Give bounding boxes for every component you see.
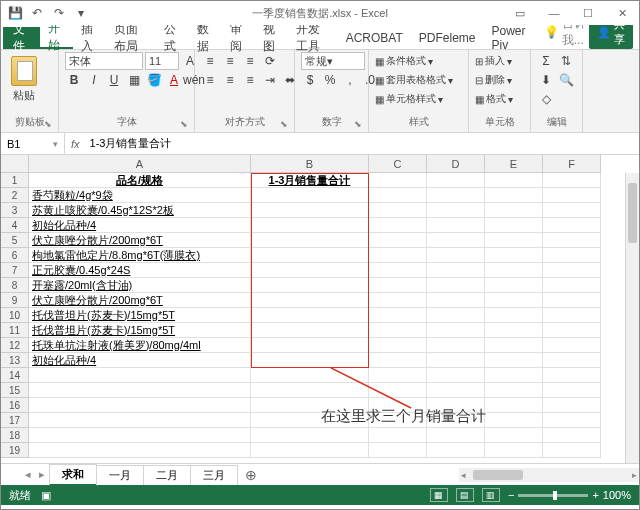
col-header[interactable]: A (29, 155, 251, 173)
cell[interactable] (369, 353, 427, 368)
cell[interactable] (543, 428, 601, 443)
ribbon-options-icon[interactable]: ▭ (503, 1, 537, 25)
fill-icon[interactable]: ⬇ (537, 71, 555, 89)
percent-icon[interactable]: % (321, 71, 339, 89)
cell[interactable] (485, 233, 543, 248)
tab-powerpivot[interactable]: Power Piv (484, 27, 538, 49)
cell[interactable] (543, 383, 601, 398)
dialog-launcher-icon[interactable]: ⬊ (44, 119, 52, 129)
cell[interactable] (427, 353, 485, 368)
cell[interactable] (369, 428, 427, 443)
cell[interactable] (485, 338, 543, 353)
cell[interactable] (543, 248, 601, 263)
cell[interactable] (29, 428, 251, 443)
cell[interactable] (543, 338, 601, 353)
row-header[interactable]: 13 (1, 353, 29, 368)
cell[interactable] (543, 173, 601, 188)
insert-cells-button[interactable]: ⊞ 插入 ▾ (475, 52, 513, 70)
scrollbar-thumb[interactable] (628, 183, 637, 243)
format-table-button[interactable]: ▦ 套用表格格式 ▾ (375, 71, 453, 89)
cell[interactable] (369, 188, 427, 203)
redo-icon[interactable]: ↷ (51, 5, 67, 21)
cell[interactable] (369, 308, 427, 323)
paste-button[interactable]: 粘贴 (7, 52, 41, 103)
cell[interactable]: 香芍颗粒/4g*9袋 (29, 188, 251, 203)
number-format-combo[interactable]: 常规 ▾ (301, 52, 365, 70)
tab-home[interactable]: 开始 (40, 27, 73, 49)
col-header[interactable]: E (485, 155, 543, 173)
dialog-launcher-icon[interactable]: ⬊ (280, 119, 288, 129)
cell[interactable] (251, 188, 369, 203)
cell[interactable] (485, 203, 543, 218)
cell[interactable]: 托珠单抗注射液(雅美罗)/80mg/4ml (29, 338, 251, 353)
cell[interactable] (543, 398, 601, 413)
cell[interactable] (543, 263, 601, 278)
formula-input[interactable]: 1-3月销售量合计 (86, 136, 639, 151)
cell[interactable] (251, 368, 369, 383)
cell[interactable]: 初始化品种/4 (29, 218, 251, 233)
zoom-out-icon[interactable]: − (508, 489, 514, 501)
orientation-icon[interactable]: ⟳ (261, 52, 279, 70)
row-header[interactable]: 7 (1, 263, 29, 278)
tab-review[interactable]: 审阅 (222, 27, 255, 49)
qat-customize-icon[interactable]: ▾ (73, 5, 89, 21)
tab-insert[interactable]: 插入 (73, 27, 106, 49)
cell[interactable] (369, 368, 427, 383)
cell[interactable] (251, 323, 369, 338)
undo-icon[interactable]: ↶ (29, 5, 45, 21)
cell[interactable]: 枸地氯雷他定片/8.8mg*6T(薄膜衣) (29, 248, 251, 263)
tab-pdf[interactable]: PDFeleme (411, 27, 484, 49)
cell[interactable] (369, 263, 427, 278)
row-header[interactable]: 19 (1, 443, 29, 458)
font-name-combo[interactable]: 宋体 (65, 52, 143, 70)
cell[interactable] (485, 308, 543, 323)
cell[interactable] (251, 263, 369, 278)
align-bottom-icon[interactable]: ≡ (241, 52, 259, 70)
cell[interactable] (29, 368, 251, 383)
cell[interactable] (369, 383, 427, 398)
cell-styles-button[interactable]: ▦ 单元格样式 ▾ (375, 90, 453, 108)
cell[interactable] (543, 323, 601, 338)
currency-icon[interactable]: $ (301, 71, 319, 89)
cell[interactable] (369, 233, 427, 248)
tab-acrobat[interactable]: ACROBAT (338, 27, 411, 49)
normal-view-icon[interactable]: ▦ (430, 488, 448, 502)
row-header[interactable]: 10 (1, 308, 29, 323)
cell[interactable] (427, 188, 485, 203)
cell[interactable]: 初始化品种/4 (29, 353, 251, 368)
row-header[interactable]: 4 (1, 218, 29, 233)
cell[interactable] (427, 443, 485, 458)
cell[interactable] (427, 278, 485, 293)
cell[interactable] (29, 383, 251, 398)
cell[interactable]: 伏立康唑分散片/200mg*6T (29, 233, 251, 248)
new-sheet-icon[interactable]: ⊕ (237, 467, 265, 483)
cell[interactable] (427, 293, 485, 308)
cell[interactable] (543, 218, 601, 233)
fill-color-icon[interactable]: 🪣 (145, 71, 163, 89)
row-header[interactable]: 5 (1, 233, 29, 248)
cell[interactable] (369, 293, 427, 308)
italic-icon[interactable]: I (85, 71, 103, 89)
cell[interactable] (369, 173, 427, 188)
col-header[interactable]: F (543, 155, 601, 173)
row-header[interactable]: 2 (1, 188, 29, 203)
format-cells-button[interactable]: ▦ 格式 ▾ (475, 90, 513, 108)
scrollbar-thumb[interactable] (473, 470, 523, 480)
cell[interactable] (29, 443, 251, 458)
save-icon[interactable]: 💾 (7, 5, 23, 21)
cell[interactable] (485, 383, 543, 398)
row-header[interactable]: 16 (1, 398, 29, 413)
cell[interactable] (427, 323, 485, 338)
cell[interactable] (543, 233, 601, 248)
row-header[interactable]: 17 (1, 413, 29, 428)
cell[interactable] (251, 248, 369, 263)
cell[interactable]: 伏立康唑分散片/200mg*6T (29, 293, 251, 308)
cell[interactable] (485, 443, 543, 458)
autosum-icon[interactable]: Σ (537, 52, 555, 70)
cell[interactable]: 正元胶囊/0.45g*24S (29, 263, 251, 278)
row-header[interactable]: 6 (1, 248, 29, 263)
align-top-icon[interactable]: ≡ (201, 52, 219, 70)
cell[interactable] (485, 263, 543, 278)
cell[interactable] (543, 203, 601, 218)
indent-icon[interactable]: ⇥ (261, 71, 279, 89)
